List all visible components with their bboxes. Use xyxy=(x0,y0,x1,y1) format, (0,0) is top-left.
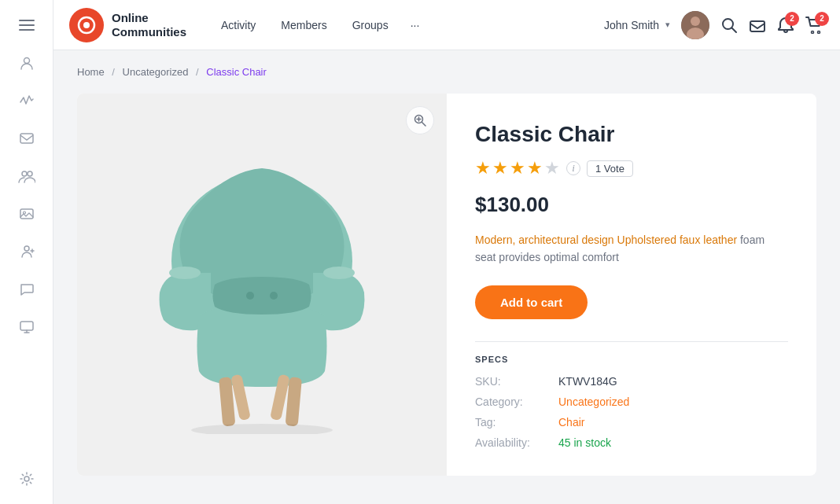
product-card: Classic Chair ★ ★ ★ ★ ★ i 1 Vote $130.00… xyxy=(77,94,816,476)
avatar-image xyxy=(681,11,709,39)
group-icon[interactable] xyxy=(11,160,42,192)
svg-rect-0 xyxy=(19,20,35,21)
svg-line-22 xyxy=(732,28,737,32)
svg-point-26 xyxy=(818,31,820,33)
image-icon[interactable] xyxy=(11,198,42,230)
logo-text: Online Communities xyxy=(112,11,186,39)
spec-label: Category: xyxy=(475,395,546,408)
product-image xyxy=(136,135,388,434)
topnav: Online Communities Activity Members Grou… xyxy=(53,0,840,50)
product-title: Classic Chair xyxy=(475,122,788,147)
add-to-cart-button[interactable]: Add to cart xyxy=(475,285,588,319)
spec-value: 45 in stock xyxy=(558,436,611,449)
user-name: John Smith xyxy=(604,19,659,31)
rating-info-icon[interactable]: i xyxy=(566,161,580,175)
chat-icon[interactable] xyxy=(11,274,42,305)
nav-groups[interactable]: Groups xyxy=(341,13,400,38)
specs-title: SPECS xyxy=(475,355,788,364)
svg-rect-7 xyxy=(20,209,33,219)
spec-label: SKU: xyxy=(475,375,546,388)
product-image-container xyxy=(77,94,447,476)
nav-right: John Smith ▾ xyxy=(604,11,824,39)
notifications-button[interactable]: 2 xyxy=(777,17,794,34)
star-rating: ★ ★ ★ ★ ★ xyxy=(475,158,560,178)
breadcrumb-sep2: / xyxy=(196,66,199,78)
notifications-badge: 2 xyxy=(785,12,799,26)
inbox-icon[interactable] xyxy=(11,123,42,154)
star-3: ★ xyxy=(510,158,525,178)
cart-badge: 2 xyxy=(815,12,829,26)
spec-value[interactable]: Uncategorized xyxy=(558,395,629,408)
nav-links: Activity Members Groups ··· xyxy=(210,13,604,38)
vote-button[interactable]: 1 Vote xyxy=(587,160,633,177)
svg-line-28 xyxy=(422,123,426,127)
breadcrumb-sep1: / xyxy=(112,66,115,78)
spec-row: Availability:45 in stock xyxy=(475,436,788,449)
svg-point-33 xyxy=(270,292,278,300)
search-button[interactable] xyxy=(720,17,738,34)
star-4: ★ xyxy=(527,158,543,178)
spec-row: Tag:Chair xyxy=(475,416,788,429)
svg-point-34 xyxy=(169,267,201,279)
breadcrumb-home[interactable]: Home xyxy=(77,66,105,78)
screen-icon[interactable] xyxy=(11,311,42,343)
svg-rect-4 xyxy=(20,134,33,143)
user-icon[interactable] xyxy=(11,47,42,79)
zoom-button[interactable] xyxy=(406,106,434,134)
star-2: ★ xyxy=(492,158,508,178)
product-details: Classic Chair ★ ★ ★ ★ ★ i 1 Vote $130.00… xyxy=(447,94,816,476)
svg-point-3 xyxy=(24,58,29,64)
specs-list: SKU:KTWV184GCategory:UncategorizedTag:Ch… xyxy=(475,375,788,449)
svg-rect-23 xyxy=(750,21,764,31)
rating-row: ★ ★ ★ ★ ★ i 1 Vote xyxy=(475,158,788,178)
nav-members[interactable]: Members xyxy=(270,13,337,38)
sidebar xyxy=(0,0,53,504)
svg-point-17 xyxy=(83,22,90,28)
main-wrapper: Online Communities Activity Members Grou… xyxy=(53,0,840,504)
members-icon[interactable] xyxy=(11,236,42,267)
chevron-down-icon: ▾ xyxy=(665,20,670,30)
svg-point-5 xyxy=(22,171,27,176)
svg-rect-1 xyxy=(19,24,35,26)
cart-button[interactable]: 2 xyxy=(805,17,824,34)
svg-point-32 xyxy=(246,292,254,300)
spec-row: Category:Uncategorized xyxy=(475,395,788,408)
activity-icon[interactable] xyxy=(11,85,42,116)
mailbox-button[interactable] xyxy=(749,17,766,34)
breadcrumb: Home / Uncategorized / Classic Chair xyxy=(77,66,816,78)
star-1: ★ xyxy=(475,158,491,178)
logo-area[interactable]: Online Communities xyxy=(69,8,186,42)
svg-point-40 xyxy=(191,424,333,434)
svg-point-15 xyxy=(24,476,29,481)
spec-value: KTWV184G xyxy=(558,375,617,388)
desc-part1: Modern, architectural design xyxy=(475,234,614,246)
nav-activity[interactable]: Activity xyxy=(210,13,267,38)
avatar[interactable] xyxy=(681,11,709,39)
breadcrumb-current: Classic Chair xyxy=(206,66,267,78)
product-description: Modern, architectural design Upholstered… xyxy=(475,231,788,267)
spec-value[interactable]: Chair xyxy=(558,416,584,429)
svg-rect-2 xyxy=(19,29,35,31)
svg-rect-12 xyxy=(20,322,33,330)
svg-point-35 xyxy=(323,267,355,279)
page-content: Home / Uncategorized / Classic Chair xyxy=(53,50,840,504)
desc-part2: Upholstered faux leather xyxy=(617,234,738,246)
spec-label: Availability: xyxy=(475,436,546,449)
user-menu[interactable]: John Smith ▾ xyxy=(604,19,670,31)
star-5: ★ xyxy=(544,158,560,178)
specs-section: SPECS SKU:KTWV184GCategory:Uncategorized… xyxy=(475,341,788,449)
settings-icon[interactable] xyxy=(11,463,42,495)
menu-icon[interactable] xyxy=(11,9,42,41)
svg-point-6 xyxy=(28,171,32,176)
svg-point-19 xyxy=(691,17,700,26)
spec-row: SKU:KTWV184G xyxy=(475,375,788,388)
svg-point-25 xyxy=(812,31,814,33)
logo-icon xyxy=(69,8,104,42)
svg-point-9 xyxy=(24,246,29,251)
spec-label: Tag: xyxy=(475,416,546,429)
product-price: $130.00 xyxy=(475,193,788,217)
nav-more-button[interactable]: ··· xyxy=(403,13,428,38)
breadcrumb-category[interactable]: Uncategorized xyxy=(123,66,189,78)
